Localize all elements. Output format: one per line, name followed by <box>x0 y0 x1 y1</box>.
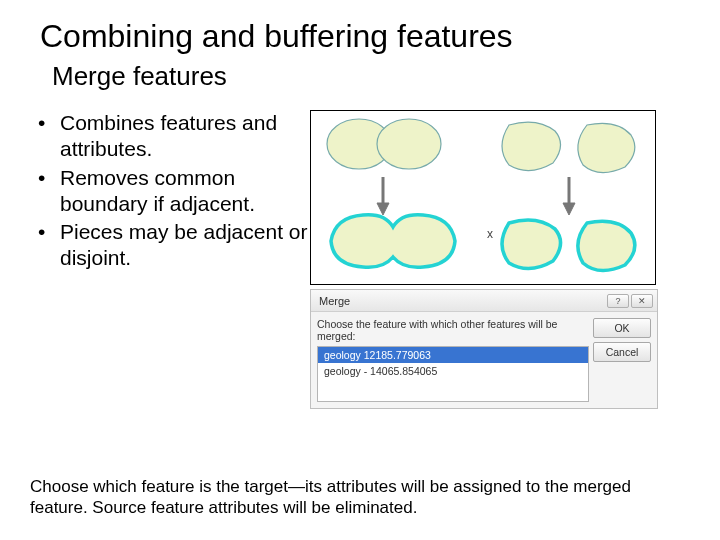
list-row[interactable]: geology - 14065.854065 <box>318 363 588 379</box>
bullet-text: Removes common boundary if adjacent. <box>60 165 310 218</box>
bullet-list: • Combines features and attributes. • Re… <box>0 110 310 409</box>
x-marker: x <box>487 227 493 241</box>
list-row-selected[interactable]: geology 12185.779063 <box>318 347 588 363</box>
dialog-title: Merge <box>319 295 605 307</box>
merge-dialog: Merge ? ✕ Choose the feature with which … <box>310 289 658 409</box>
close-button[interactable]: ✕ <box>631 294 653 308</box>
merge-illustration: x <box>310 110 656 285</box>
dialog-titlebar: Merge ? ✕ <box>311 290 657 312</box>
bullet-dot: • <box>38 165 60 218</box>
list-item: • Removes common boundary if adjacent. <box>38 165 310 218</box>
bullet-text: Pieces may be adjacent or disjoint. <box>60 219 310 272</box>
cancel-button[interactable]: Cancel <box>593 342 651 362</box>
feature-listbox[interactable]: geology 12185.779063 geology - 14065.854… <box>317 346 589 402</box>
help-button[interactable]: ? <box>607 294 629 308</box>
svg-point-1 <box>377 119 441 169</box>
slide-title: Combining and buffering features <box>0 0 720 55</box>
bullet-text: Combines features and attributes. <box>60 110 310 163</box>
dialog-prompt: Choose the feature with which other feat… <box>317 318 589 342</box>
list-item: • Combines features and attributes. <box>38 110 310 163</box>
bullet-dot: • <box>38 110 60 163</box>
svg-marker-3 <box>377 203 389 215</box>
merge-diagram-svg <box>311 111 657 286</box>
bullet-dot: • <box>38 219 60 272</box>
list-item: • Pieces may be adjacent or disjoint. <box>38 219 310 272</box>
svg-marker-5 <box>563 203 575 215</box>
slide-subtitle: Merge features <box>0 55 720 92</box>
footer-explanation: Choose which feature is the target—its a… <box>30 476 690 519</box>
ok-button[interactable]: OK <box>593 318 651 338</box>
